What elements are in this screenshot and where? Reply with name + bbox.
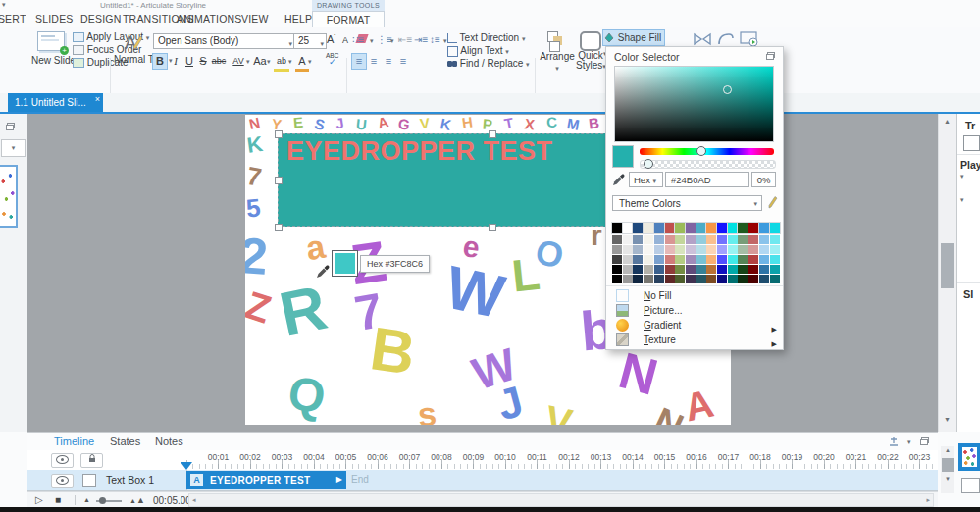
color-field[interactable] [614,66,774,142]
align-center-button[interactable]: ≡ [367,54,381,69]
theme-color-variant-swatch[interactable] [675,255,685,264]
tab-notes[interactable]: Notes [155,435,183,447]
theme-color-swatch[interactable] [738,223,748,233]
theme-color-variant-swatch[interactable] [654,265,664,274]
theme-color-variant-swatch[interactable] [623,275,633,283]
stop-button[interactable]: ■ [55,494,61,505]
timeline-zoom-slider[interactable] [96,500,122,502]
font-name-combo[interactable]: Open Sans (Body) ▾ [153,33,296,49]
normal-text-button[interactable]: A Normal Text ▾ [114,31,151,80]
font-size-dropdown-icon[interactable]: ▾ [320,37,324,50]
no-fill-menu-item[interactable]: No Fill [606,288,783,303]
theme-color-variant-swatch[interactable] [633,255,643,264]
theme-color-variant-swatch[interactable] [770,235,780,244]
change-case-button[interactable]: Aa [252,54,268,69]
texture-fill-menu-item[interactable]: Texture ▶ [606,333,783,347]
align-left-button[interactable]: ≡ [352,54,366,69]
theme-color-variant-swatch[interactable] [759,255,769,264]
tab-timeline[interactable]: Timeline [54,435,94,447]
scroll-down-icon[interactable]: ▼ [944,416,951,423]
theme-color-variant-swatch[interactable] [675,265,685,274]
text-highlight-button[interactable]: ab [274,54,289,72]
align-right-button[interactable]: ≡ [382,54,395,69]
popup-dock-icon[interactable] [766,52,775,60]
tab-view[interactable]: VIEW [241,11,269,27]
color-mode-dropdown[interactable]: Hex ▾ [629,172,663,187]
theme-color-variant-swatch[interactable] [644,265,653,274]
tl-scroll-down-icon[interactable]: ▼ [945,476,951,482]
theme-color-swatch[interactable] [633,223,643,233]
line-spacing-button[interactable]: ↕≡ [430,34,440,45]
theme-color-variant-swatch[interactable] [633,265,643,274]
increase-indent-icon[interactable]: ⇥≡ [414,34,428,45]
theme-color-variant-swatch[interactable] [748,275,758,283]
base-layer-thumbnail[interactable] [958,443,980,471]
tl-scroll-up-icon[interactable]: ▲ [945,447,951,453]
canvas-area[interactable]: NYESJUAGVKHPTXCMBFRSDLWK752ZEtuaZ7RBWLOb… [27,114,938,432]
row-eye-button[interactable] [51,474,74,488]
theme-color-variant-swatch[interactable] [633,275,643,283]
theme-color-variant-swatch[interactable] [665,245,675,254]
tab-help[interactable]: HELP [284,11,312,27]
theme-color-variant-swatch[interactable] [665,235,675,244]
theme-color-variant-swatch[interactable] [686,235,696,244]
theme-color-variant-swatch[interactable] [675,245,685,254]
align-justify-button[interactable]: ≡ [396,54,410,69]
theme-color-variant-swatch[interactable] [706,265,716,274]
theme-color-variant-swatch[interactable] [717,255,727,264]
theme-color-variant-swatch[interactable] [665,265,675,274]
theme-color-variant-swatch[interactable] [728,265,738,274]
font-color-dropdown-icon[interactable]: ▾ [308,58,312,66]
theme-color-variant-swatch[interactable] [770,255,780,264]
selection-handle[interactable] [275,224,283,231]
theme-color-variant-swatch[interactable] [633,235,643,244]
theme-color-variant-swatch[interactable] [728,235,738,244]
theme-color-variant-swatch[interactable] [612,275,622,283]
quick-access-dropdown-icon[interactable]: ▾ [2,1,6,9]
left-panel-dock-icon[interactable] [6,123,15,130]
trigger-group-collapse-icon-2[interactable]: ▾ [960,196,964,204]
theme-color-variant-swatch[interactable] [665,255,675,264]
color-field-marker[interactable] [723,85,732,94]
theme-color-variant-swatch[interactable] [738,275,748,283]
tab-states[interactable]: States [110,435,140,447]
selection-handle[interactable] [489,130,496,138]
shape-fill-button[interactable]: Shape Fill ▾ [603,30,664,45]
play-button[interactable]: ▷ [35,494,43,505]
tl-vscroll-thumb[interactable] [942,458,954,472]
theme-color-variant-swatch[interactable] [717,235,727,244]
font-color-button[interactable]: A [295,54,309,72]
find-replace-button[interactable]: Find / Replace ▾ [447,58,530,69]
popup-eyedropper-icon[interactable] [612,174,625,186]
tab-design[interactable]: DESIGN [80,11,121,27]
strikethrough-button[interactable]: S [196,54,210,69]
theme-color-variant-swatch[interactable] [717,275,727,283]
theme-color-variant-swatch[interactable] [706,245,716,254]
edit-theme-colors-pencil-icon[interactable] [766,195,779,211]
theme-color-variant-swatch[interactable] [748,245,758,254]
theme-color-variant-swatch[interactable] [770,265,780,274]
underline-button[interactable]: U [182,54,196,69]
tab-insert[interactable]: INSERT [0,11,26,27]
theme-color-variant-swatch[interactable] [738,235,748,244]
theme-color-variant-swatch[interactable] [748,255,758,264]
trigger-group-collapse-icon[interactable]: ▾ [960,173,964,180]
theme-color-variant-swatch[interactable] [748,235,758,244]
theme-color-variant-swatch[interactable] [654,275,664,283]
arrange-button[interactable]: Arrange▾ [539,31,576,73]
theme-color-variant-swatch[interactable] [706,275,716,283]
theme-color-variant-swatch[interactable] [686,255,696,264]
gradient-fill-menu-item[interactable]: Gradient ▶ [606,318,783,333]
theme-color-variant-swatch[interactable] [623,255,633,264]
align-text-button[interactable]: Align Text ▾ [447,45,509,57]
theme-color-variant-swatch[interactable] [654,255,664,264]
theme-color-variant-swatch[interactable] [759,245,769,254]
selection-handle[interactable] [275,130,283,138]
theme-color-variant-swatch[interactable] [770,275,780,283]
bar-extend-arrow-icon[interactable]: ▶ [336,475,342,484]
hue-slider-marker[interactable] [696,146,706,156]
hscroll-left-icon[interactable]: ◂ [192,496,196,504]
row-lock-checkbox[interactable] [82,474,96,487]
theme-colors-dropdown[interactable]: Theme Colors ▾ [612,195,762,211]
theme-color-variant-swatch[interactable] [612,255,622,264]
